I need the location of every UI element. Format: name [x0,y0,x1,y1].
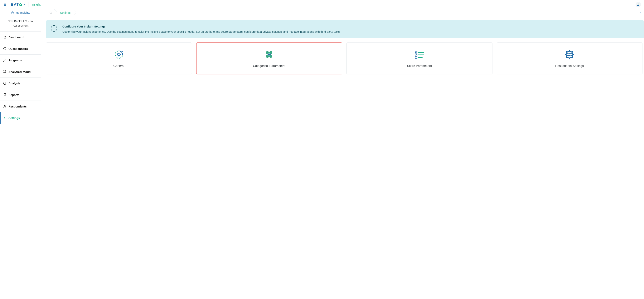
refresh-gear-icon [114,49,124,60]
workspace-title: Test Bank LLC Risk Assessment [0,16,41,32]
main: Settings Configure Your Insight Settings… [41,9,644,299]
question-circle-icon [3,47,6,50]
sidebar: My Insights Test Bank LLC Risk Assessmen… [0,9,41,299]
svg-point-29 [118,54,120,56]
sliders-gear-icon [564,49,575,60]
card-respondent-settings[interactable]: Respondent Settings [497,43,643,74]
sidebar-item-label: Questionnaire [8,47,28,50]
info-title: Configure Your Insight Settings [62,24,340,29]
card-label: Respondent Settings [555,64,584,68]
svg-point-7 [4,49,5,50]
sidebar-item-questionnaire[interactable]: Questionnaire [0,43,41,55]
svg-line-36 [118,56,118,56]
brand-logo: BAT✿I® [11,2,26,7]
svg-point-40 [266,55,269,58]
svg-line-37 [120,53,120,54]
breadcrumb-home[interactable] [46,9,56,16]
svg-rect-9 [6,71,6,71]
pen-icon [3,59,6,62]
svg-point-23 [4,118,6,118]
breadcrumb-active-underline [60,16,70,16]
info-body: Customize your Insight experience. Use t… [62,30,340,34]
svg-point-41 [269,55,272,58]
brand-separator [28,2,28,7]
card-label: General [113,64,124,68]
back-arrow-icon [11,11,14,14]
svg-rect-10 [4,72,4,73]
sidebar-item-analysis[interactable]: Analysis [0,78,41,89]
nodes-icon [3,70,6,74]
users-icon [3,105,6,108]
svg-line-58 [572,51,573,52]
sidebar-item-analytical-model[interactable]: Analytical Model [0,66,41,78]
content: Configure Your Insight Settings Customiz… [41,16,644,79]
sidebar-item-label: Settings [8,116,20,120]
checklist-icon [414,49,425,60]
brand-text: BAT [11,2,19,7]
brand-leaf-icon: ✿ [19,2,22,7]
card-label: Score Parameters [407,64,432,68]
sidebar-item-label: Analysis [8,82,20,85]
svg-point-39 [269,51,272,54]
breadcrumb-current[interactable]: Settings [56,9,75,16]
svg-line-55 [566,51,567,52]
svg-marker-24 [640,12,641,13]
sidebar-item-label: Analytical Model [8,70,31,74]
sidebar-item-label: Programs [8,59,22,62]
pie-icon [3,82,6,85]
sidebar-item-reports[interactable]: Reports [0,89,41,101]
info-icon [50,25,58,32]
topbar: BAT✿I® Insight [0,0,644,9]
brand-text-suffix: I [22,2,24,7]
svg-point-60 [568,53,569,54]
svg-line-56 [572,57,573,58]
card-general[interactable]: General [46,43,192,74]
svg-rect-8 [4,71,4,71]
sidebar-item-programs[interactable]: Programs [0,55,41,66]
sidebar-item-label: Respondents [8,105,27,108]
breadcrumb-collapse[interactable] [637,9,644,16]
svg-rect-11 [6,72,6,73]
svg-rect-48 [415,57,417,59]
info-banner: Configure Your Insight Settings Customiz… [46,20,644,38]
user-avatar[interactable] [636,2,641,7]
menu-toggle-icon[interactable] [3,2,7,7]
home-icon [49,11,52,14]
my-insights-link[interactable]: My Insights [0,9,41,16]
settings-cards: General Categorical Parameters [46,43,644,74]
svg-point-26 [54,27,54,27]
svg-point-3 [638,4,639,5]
svg-point-38 [266,51,269,54]
card-categorical-parameters[interactable]: Categorical Parameters [196,43,342,74]
home-icon [3,35,6,39]
sidebar-item-respondents[interactable]: Respondents [0,101,41,112]
triangle-left-icon [640,12,642,14]
my-insights-label: My Insights [16,11,30,14]
card-score-parameters[interactable]: Score Parameters [346,43,492,74]
svg-line-34 [118,53,118,54]
svg-point-22 [5,106,6,106]
gear-icon [3,116,6,120]
breadcrumb-current-label: Settings [60,11,70,14]
svg-line-57 [566,57,567,58]
brand[interactable]: BAT✿I® Insight [11,2,40,7]
sidebar-item-label: Dashboard [8,36,24,39]
info-text: Configure Your Insight Settings Customiz… [62,24,340,34]
cluster-plus-icon [264,49,274,60]
sidebar-item-dashboard[interactable]: Dashboard [0,32,41,43]
svg-line-35 [120,56,120,56]
report-icon [3,93,6,97]
sidebar-item-label: Reports [8,93,20,97]
svg-point-62 [570,55,571,56]
svg-point-21 [4,106,5,107]
sidebar-item-settings[interactable]: Settings [0,112,41,124]
brand-registered-icon: ® [24,4,26,6]
breadcrumb: Settings [41,9,644,16]
card-label: Categorical Parameters [253,64,285,68]
brand-app-name: Insight [32,3,40,6]
